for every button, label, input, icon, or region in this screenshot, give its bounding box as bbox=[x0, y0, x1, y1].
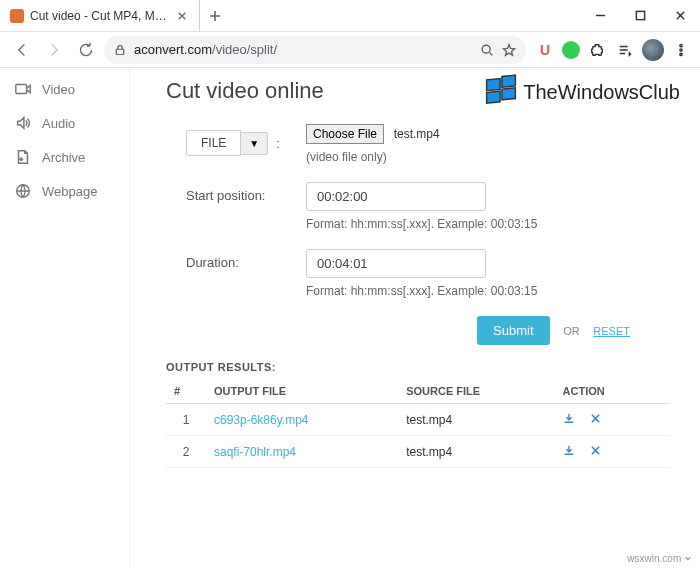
results-heading: OUTPUT RESULTS: bbox=[166, 361, 670, 373]
star-icon[interactable] bbox=[502, 43, 516, 57]
svg-rect-9 bbox=[502, 75, 516, 87]
table-row: 1 c693p-6k86y.mp4 test.mp4 bbox=[166, 404, 670, 436]
results-table: # OUTPUT FILE SOURCE FILE ACTION 1 c693p… bbox=[166, 379, 670, 468]
svg-rect-1 bbox=[116, 49, 124, 54]
sidebar-item-audio[interactable]: Audio bbox=[0, 106, 129, 140]
col-source: SOURCE FILE bbox=[398, 379, 554, 404]
extensions-button[interactable] bbox=[586, 39, 608, 61]
download-icon[interactable] bbox=[563, 413, 575, 427]
close-tab-icon[interactable] bbox=[175, 9, 189, 23]
row-index: 2 bbox=[166, 436, 206, 468]
col-index: # bbox=[166, 379, 206, 404]
extension-u-icon[interactable]: U bbox=[534, 39, 556, 61]
window-controls bbox=[580, 0, 700, 31]
brand: TheWindowsClub bbox=[483, 74, 680, 110]
svg-point-4 bbox=[680, 48, 682, 50]
svg-rect-10 bbox=[487, 91, 501, 103]
extension-green-icon[interactable] bbox=[562, 41, 580, 59]
new-tab-button[interactable] bbox=[200, 0, 230, 31]
output-file-link[interactable]: saqfi-70hlr.mp4 bbox=[214, 445, 296, 459]
main-content: TheWindowsClub Cut video online FILE ▼ :… bbox=[130, 68, 700, 568]
start-position-hint: Format: hh:mm:ss[.xxx]. Example: 00:03:1… bbox=[306, 217, 670, 231]
browser-toolbar: aconvert.com/video/split/ U bbox=[0, 32, 700, 68]
svg-point-5 bbox=[680, 53, 682, 55]
table-row: 2 saqfi-70hlr.mp4 test.mp4 bbox=[166, 436, 670, 468]
download-icon[interactable] bbox=[563, 445, 575, 459]
zoom-icon[interactable] bbox=[480, 43, 494, 57]
svg-point-2 bbox=[482, 45, 490, 53]
sidebar-item-label: Archive bbox=[42, 150, 85, 165]
delete-icon[interactable] bbox=[590, 445, 601, 459]
profile-avatar[interactable] bbox=[642, 39, 664, 61]
sidebar-item-webpage[interactable]: Webpage bbox=[0, 174, 129, 208]
row-index: 1 bbox=[166, 404, 206, 436]
sidebar-item-label: Webpage bbox=[42, 184, 97, 199]
lock-icon bbox=[114, 44, 126, 56]
back-button[interactable] bbox=[8, 36, 36, 64]
tab-title: Cut video - Cut MP4, MOV, WEB bbox=[30, 9, 169, 23]
browser-titlebar: Cut video - Cut MP4, MOV, WEB bbox=[0, 0, 700, 32]
forward-button[interactable] bbox=[40, 36, 68, 64]
choose-file-button[interactable]: Choose File bbox=[306, 124, 384, 144]
menu-button[interactable] bbox=[670, 39, 692, 61]
sidebar: Video Audio Archive Webpage bbox=[0, 68, 130, 568]
maximize-button[interactable] bbox=[620, 0, 660, 31]
reload-button[interactable] bbox=[72, 36, 100, 64]
sidebar-item-archive[interactable]: Archive bbox=[0, 140, 129, 174]
page-title: Cut video online bbox=[166, 78, 324, 104]
form: FILE ▼ : Choose File test.mp4 (video fil… bbox=[186, 124, 670, 345]
file-source-dropdown[interactable]: ▼ bbox=[241, 132, 268, 155]
svg-rect-11 bbox=[502, 88, 516, 100]
svg-point-3 bbox=[680, 44, 682, 46]
sidebar-item-video[interactable]: Video bbox=[0, 72, 129, 106]
duration-hint: Format: hh:mm:ss[.xxx]. Example: 00:03:1… bbox=[306, 284, 670, 298]
selected-file-name: test.mp4 bbox=[394, 127, 440, 141]
source-file: test.mp4 bbox=[398, 436, 554, 468]
start-position-input[interactable] bbox=[306, 182, 486, 211]
duration-input[interactable] bbox=[306, 249, 486, 278]
col-output: OUTPUT FILE bbox=[206, 379, 398, 404]
windows-logo-icon bbox=[483, 74, 519, 110]
minimize-button[interactable] bbox=[580, 0, 620, 31]
reading-list-icon[interactable] bbox=[614, 39, 636, 61]
sidebar-item-label: Audio bbox=[42, 116, 75, 131]
delete-icon[interactable] bbox=[590, 413, 601, 427]
submit-button[interactable]: Submit bbox=[477, 316, 549, 345]
duration-label: Duration: bbox=[186, 249, 306, 298]
url-text: aconvert.com/video/split/ bbox=[134, 42, 277, 57]
svg-rect-8 bbox=[487, 79, 501, 91]
watermark: wsxwin.com bbox=[627, 553, 692, 564]
svg-rect-6 bbox=[16, 85, 27, 94]
extension-icons: U bbox=[534, 39, 692, 61]
brand-name: TheWindowsClub bbox=[523, 81, 680, 104]
favicon-icon bbox=[10, 9, 24, 23]
reset-link[interactable]: RESET bbox=[593, 325, 630, 337]
source-file: test.mp4 bbox=[398, 404, 554, 436]
start-position-label: Start position: bbox=[186, 182, 306, 231]
browser-tab[interactable]: Cut video - Cut MP4, MOV, WEB bbox=[0, 0, 200, 31]
file-hint: (video file only) bbox=[306, 150, 670, 164]
col-action: ACTION bbox=[555, 379, 670, 404]
sidebar-item-label: Video bbox=[42, 82, 75, 97]
colon: : bbox=[276, 136, 280, 151]
svg-rect-0 bbox=[636, 11, 644, 19]
close-window-button[interactable] bbox=[660, 0, 700, 31]
address-bar[interactable]: aconvert.com/video/split/ bbox=[104, 36, 526, 64]
or-text: OR bbox=[563, 325, 580, 337]
output-file-link[interactable]: c693p-6k86y.mp4 bbox=[214, 413, 309, 427]
file-source-button[interactable]: FILE bbox=[186, 130, 241, 156]
